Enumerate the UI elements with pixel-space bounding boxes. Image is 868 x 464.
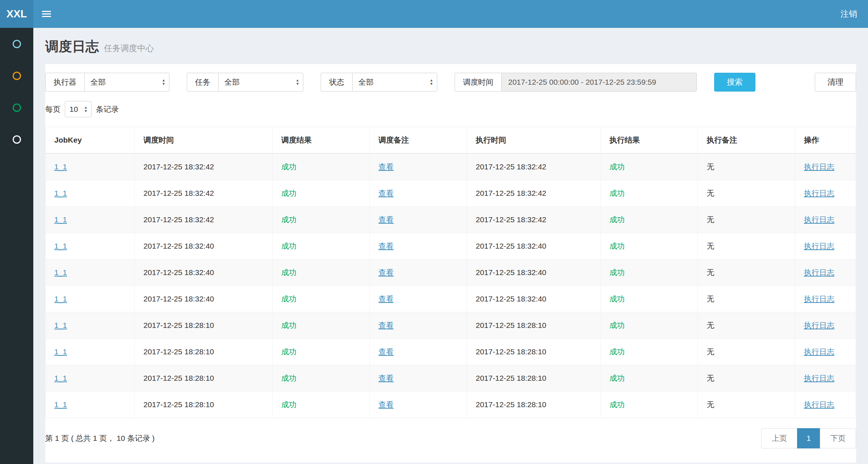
handle-msg-cell: 无 [698, 339, 795, 365]
trigger-time-filter-label: 调度时间 [455, 73, 501, 92]
exec-log-link[interactable]: 执行日志 [804, 215, 834, 224]
exec-log-link[interactable]: 执行日志 [804, 242, 834, 250]
handle-time-cell: 2017-12-25 18:32:40 [467, 233, 601, 260]
trigger-time-cell: 2017-12-25 18:32:42 [135, 207, 273, 233]
job-key-link[interactable]: 1_1 [54, 347, 67, 356]
job-key-link[interactable]: 1_1 [54, 400, 67, 409]
sidebar-item-2[interactable] [0, 60, 33, 92]
trigger-result-cell: 成功 [272, 153, 370, 180]
page-subtitle: 任务调度中心 [104, 43, 154, 54]
trigger-result-cell: 成功 [272, 233, 370, 260]
handle-time-cell: 2017-12-25 18:28:10 [467, 365, 601, 392]
handle-msg-cell: 无 [698, 286, 795, 312]
exec-log-link[interactable]: 执行日志 [804, 374, 834, 382]
select-stepper-icon [296, 79, 299, 86]
exec-log-link[interactable]: 执行日志 [804, 347, 834, 356]
content-header: 调度日志 任务调度中心 [33, 28, 868, 64]
exec-log-link[interactable]: 执行日志 [804, 268, 834, 277]
next-page-button[interactable]: 下页 [820, 428, 856, 448]
trigger-msg-link-cell: 查看 [370, 312, 467, 339]
pagination: 上页 1 下页 [761, 428, 856, 448]
trigger-msg-link[interactable]: 查看 [379, 347, 394, 356]
handle-result-cell: 成功 [601, 153, 698, 180]
filter-toolbar: 执行器 全部 任务 全部 状态 全部 [45, 73, 856, 92]
exec-log-link[interactable]: 执行日志 [804, 163, 834, 171]
trigger-time-filter: 调度时间 [455, 73, 697, 92]
exec-log-link[interactable]: 执行日志 [804, 321, 834, 329]
prev-page-button[interactable]: 上页 [761, 428, 797, 448]
exec-log-link-cell: 执行日志 [795, 180, 856, 207]
job-key-link-cell: 1_1 [46, 286, 135, 312]
select-stepper-icon [84, 106, 88, 113]
col-header-trigger-msg: 调度备注 [370, 127, 467, 154]
exec-log-link-cell: 执行日志 [795, 365, 856, 392]
trigger-time-cell: 2017-12-25 18:32:40 [135, 233, 273, 260]
job-key-link[interactable]: 1_1 [54, 321, 67, 329]
handle-msg-cell: 无 [698, 312, 795, 339]
sidebar-item-3[interactable] [0, 92, 33, 123]
trigger-result-cell: 成功 [272, 207, 370, 233]
job-key-link[interactable]: 1_1 [54, 215, 67, 224]
trigger-time-cell: 2017-12-25 18:28:10 [135, 339, 273, 365]
sidebar-item-1[interactable] [0, 28, 33, 60]
job-key-link[interactable]: 1_1 [54, 163, 67, 171]
navbar-right: 注销 [33, 0, 868, 28]
handle-time-cell: 2017-12-25 18:32:42 [467, 207, 601, 233]
page-size-select[interactable]: 10 [65, 101, 92, 117]
handle-time-cell: 2017-12-25 18:32:40 [467, 260, 601, 286]
trigger-msg-link[interactable]: 查看 [379, 268, 394, 277]
col-header-handle-result: 执行结果 [601, 127, 698, 154]
table-row: 1_12017-12-25 18:32:40成功查看2017-12-25 18:… [46, 260, 856, 286]
job-key-link-cell: 1_1 [46, 339, 135, 365]
trigger-msg-link[interactable]: 查看 [379, 295, 394, 303]
sidebar-item-4[interactable] [0, 123, 33, 155]
circle-icon [13, 72, 21, 80]
job-key-link[interactable]: 1_1 [54, 374, 67, 382]
search-button[interactable]: 搜索 [714, 73, 755, 92]
job-key-link-cell: 1_1 [46, 392, 135, 418]
trigger-msg-link[interactable]: 查看 [379, 374, 394, 382]
clear-button[interactable]: 清理 [815, 73, 856, 92]
table-row: 1_12017-12-25 18:32:42成功查看2017-12-25 18:… [46, 153, 856, 180]
trigger-msg-link[interactable]: 查看 [379, 163, 394, 171]
page-size-suffix: 条记录 [96, 104, 119, 114]
executor-filter-select[interactable]: 全部 [84, 73, 169, 92]
circle-icon [13, 40, 21, 48]
current-page-button[interactable]: 1 [797, 428, 820, 448]
handle-time-cell: 2017-12-25 18:28:10 [467, 339, 601, 365]
trigger-msg-link[interactable]: 查看 [379, 321, 394, 329]
col-header-handle-msg: 执行备注 [698, 127, 795, 154]
col-header-trigger-time: 调度时间 [135, 127, 273, 154]
trigger-msg-link-cell: 查看 [370, 392, 467, 418]
exec-log-link-cell: 执行日志 [795, 207, 856, 233]
exec-log-link[interactable]: 执行日志 [804, 400, 834, 409]
job-key-link[interactable]: 1_1 [54, 189, 67, 197]
job-key-link-cell: 1_1 [46, 180, 135, 207]
col-header-action: 操作 [795, 127, 856, 154]
exec-log-link[interactable]: 执行日志 [804, 295, 834, 303]
trigger-msg-link[interactable]: 查看 [379, 189, 394, 197]
exec-log-link-cell: 执行日志 [795, 260, 856, 286]
col-header-jobkey: JobKey [46, 127, 135, 154]
logout-link[interactable]: 注销 [830, 8, 868, 20]
status-filter-select[interactable]: 全部 [352, 73, 437, 92]
job-key-link[interactable]: 1_1 [54, 295, 67, 303]
handle-time-cell: 2017-12-25 18:32:42 [467, 180, 601, 207]
trigger-time-range-input[interactable] [501, 73, 697, 92]
pagination-info: 第 1 页 ( 总共 1 页， 10 条记录 ) [45, 433, 155, 443]
job-key-link[interactable]: 1_1 [54, 242, 67, 250]
trigger-msg-link[interactable]: 查看 [379, 400, 394, 409]
table-row: 1_12017-12-25 18:28:10成功查看2017-12-25 18:… [46, 339, 856, 365]
sidebar-toggle-button[interactable] [33, 0, 59, 28]
trigger-result-cell: 成功 [272, 312, 370, 339]
handle-result-cell: 成功 [601, 339, 698, 365]
trigger-msg-link-cell: 查看 [370, 260, 467, 286]
trigger-msg-link[interactable]: 查看 [379, 215, 394, 224]
app-logo[interactable]: XXL [0, 0, 33, 28]
job-key-link[interactable]: 1_1 [54, 268, 67, 277]
job-filter-select[interactable]: 全部 [218, 73, 303, 92]
exec-log-link[interactable]: 执行日志 [804, 189, 834, 197]
handle-result-cell: 成功 [601, 312, 698, 339]
trigger-msg-link[interactable]: 查看 [379, 242, 394, 250]
handle-msg-cell: 无 [698, 365, 795, 392]
